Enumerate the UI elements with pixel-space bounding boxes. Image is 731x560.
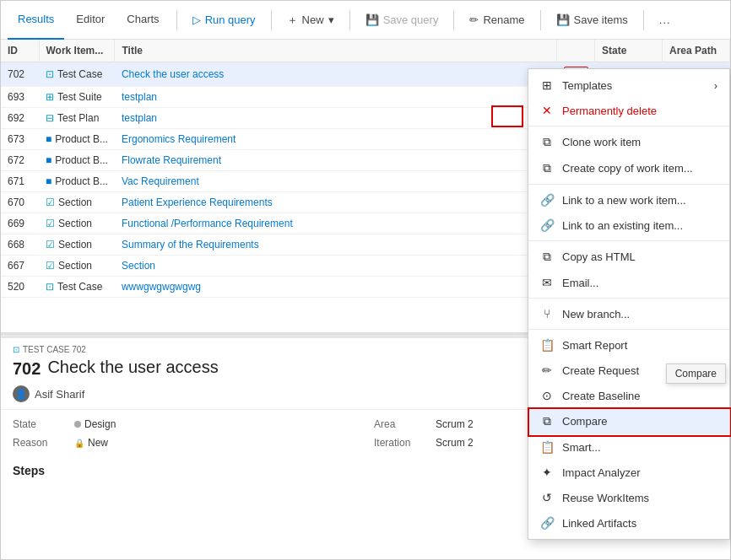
main-container: Results Editor Charts ▷ Run query ＋ New …	[0, 0, 731, 560]
new-button[interactable]: ＋ New ▾	[279, 8, 343, 33]
cell-title: Ergonomics Requirement	[115, 129, 557, 150]
menu-icon-reuse: ↺	[540, 491, 554, 504]
menu-icon-templates: ⊞	[540, 78, 554, 92]
toolbar-divider-4	[453, 10, 454, 30]
cell-id: 669	[1, 213, 39, 234]
menu-icon-link-existing: 🔗	[540, 218, 554, 232]
menu-item-reuse[interactable]: ↺ Reuse WorkItems	[528, 485, 729, 510]
menu-item-templates[interactable]: ⊞ Templates ›	[528, 73, 729, 98]
col-areapath: Area Path	[663, 40, 730, 62]
cell-type: ⊡Test Case	[39, 277, 115, 298]
title-link[interactable]: testplan	[122, 91, 157, 103]
cell-type: ■Product B...	[39, 171, 115, 192]
cell-type: ☑Section	[39, 234, 115, 256]
cell-title: Section	[115, 256, 557, 277]
run-query-button[interactable]: ▷ Run query	[184, 8, 264, 33]
title-link[interactable]: wwwgwgwgwgwg	[122, 281, 201, 293]
save-query-icon: 💾	[366, 13, 379, 26]
title-link[interactable]: Patient Experience Requirements	[122, 197, 273, 208]
more-button[interactable]: ...	[651, 8, 680, 33]
menu-item-copy[interactable]: ⧉ Create copy of work item...	[528, 155, 729, 181]
menu-icon-email: ✉	[540, 276, 554, 289]
run-icon: ▷	[192, 13, 201, 26]
detail-author: 👤 Asif Sharif	[13, 385, 84, 402]
title-link[interactable]: Ergonomics Requirement	[122, 133, 236, 145]
menu-item-link-new[interactable]: 🔗 Link to a new work item...	[528, 187, 729, 213]
toolbar-divider-6	[643, 10, 644, 30]
area-value: Scrum 2	[436, 418, 474, 430]
menu-item-new-branch[interactable]: ⑂ New branch...	[528, 301, 729, 326]
col-workitem: Work Item...	[39, 40, 115, 62]
plus-icon: ＋	[287, 13, 298, 28]
save-items-button[interactable]: 💾 Save items	[548, 8, 636, 33]
menu-item-clone[interactable]: ⧉ Clone work item	[528, 129, 729, 155]
menu-item-linked[interactable]: 🔗 Linked Artifacts	[528, 510, 729, 536]
cell-id: 670	[1, 192, 39, 213]
cell-id: 693	[1, 87, 39, 108]
menu-icon-compare: ⧉	[540, 414, 554, 428]
tab-charts[interactable]: Charts	[116, 1, 169, 40]
menu-item-compare[interactable]: ⧉ Compare	[528, 408, 729, 434]
title-link[interactable]: testplan	[122, 112, 157, 124]
col-id: ID	[1, 40, 39, 62]
menu-icon-copy-html: ⧉	[540, 250, 554, 264]
cell-type: ☑Section	[39, 192, 115, 213]
menu-icon-create-baseline: ⊙	[540, 389, 554, 402]
table-header-row: ID Work Item... Title State Area Path	[1, 40, 730, 62]
tab-editor[interactable]: Editor	[66, 1, 115, 40]
reason-value: New	[88, 437, 108, 449]
author-avatar: 👤	[13, 385, 30, 402]
toolbar: Results Editor Charts ▷ Run query ＋ New …	[1, 1, 730, 40]
menu-separator	[528, 184, 729, 185]
badge-icon: ⊡	[13, 345, 19, 354]
save-query-button[interactable]: 💾 Save query	[357, 8, 447, 33]
cell-title: Functional /Performance Requirement	[115, 213, 557, 234]
menu-icon-copy: ⧉	[540, 161, 554, 175]
menu-separator	[528, 126, 729, 127]
title-link[interactable]: Check the user access	[122, 68, 224, 80]
title-link[interactable]: Flowrate Requirement	[122, 154, 221, 166]
menu-separator	[528, 298, 729, 299]
menu-separator	[528, 240, 729, 241]
toolbar-divider-1	[176, 10, 177, 30]
title-link[interactable]: Summary of the Requirements	[122, 239, 259, 250]
cell-type: ⊟Test Plan	[39, 108, 115, 129]
menu-item-delete[interactable]: ✕ Permanently delete	[528, 98, 729, 123]
col-state: State	[595, 40, 663, 62]
title-link[interactable]: Functional /Performance Requirement	[122, 218, 293, 229]
menu-item-smart-x[interactable]: 📋 Smart...	[528, 434, 729, 460]
cell-title: Vac Requirement	[115, 171, 557, 192]
context-menu: ⊞ Templates › ✕ Permanently delete ⧉ Clo…	[528, 68, 730, 540]
title-link[interactable]: Section	[122, 260, 155, 272]
col-title: Title	[115, 40, 557, 62]
iteration-value: Scrum 2	[436, 437, 474, 449]
cell-title: testplan	[115, 108, 557, 129]
menu-item-create-baseline[interactable]: ⊙ Create Baseline	[528, 383, 729, 408]
cell-id: 668	[1, 234, 39, 256]
cell-title: wwwgwgwgwgwg	[115, 277, 557, 298]
menu-icon-smart-x: 📋	[540, 440, 554, 454]
menu-item-impact[interactable]: ✦ Impact Analyzer	[528, 460, 729, 485]
menu-separator	[528, 329, 729, 330]
state-value: Design	[84, 418, 116, 430]
cell-type: ☑Section	[39, 256, 115, 277]
rename-button[interactable]: ✏ Rename	[461, 8, 533, 33]
tab-results[interactable]: Results	[8, 1, 64, 40]
menu-icon-delete: ✕	[540, 104, 554, 117]
col-actions	[557, 40, 595, 62]
menu-icon-linked: 🔗	[540, 516, 554, 530]
cell-id: 702	[1, 62, 39, 87]
cell-id: 671	[1, 171, 39, 192]
cell-id: 673	[1, 129, 39, 150]
cell-id: 520	[1, 277, 39, 298]
menu-item-copy-html[interactable]: ⧉ Copy as HTML	[528, 244, 729, 270]
save-items-icon: 💾	[556, 13, 570, 26]
menu-item-link-existing[interactable]: 🔗 Link to an existing item...	[528, 213, 729, 238]
title-link[interactable]: Vac Requirement	[122, 175, 199, 187]
cell-title: Flowrate Requirement	[115, 150, 557, 171]
menu-item-email[interactable]: ✉ Email...	[528, 270, 729, 295]
cell-id: 672	[1, 150, 39, 171]
menu-item-smart-report[interactable]: 📋 Smart Report	[528, 332, 729, 358]
menu-icon-clone: ⧉	[540, 135, 554, 149]
state-dot	[74, 421, 81, 428]
